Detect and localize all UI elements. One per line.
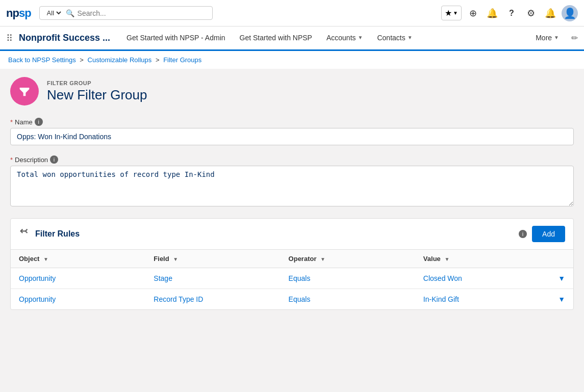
required-star: * <box>10 156 13 164</box>
chevron-down-icon: ▼ <box>173 256 178 262</box>
chevron-down-icon: ▼ <box>554 35 559 40</box>
app-dots-icon[interactable]: ⠿ <box>6 33 13 44</box>
breadcrumb: Back to NPSP Settings > Customizable Rol… <box>0 51 584 69</box>
table-row: Opportunity Record Type ID Equals In-Kin… <box>11 289 573 310</box>
description-info-icon[interactable]: i <box>50 155 58 164</box>
row1-value[interactable]: Closed Won <box>415 268 550 289</box>
breadcrumb-filter-groups[interactable]: Filter Groups <box>163 56 201 64</box>
chevron-down-icon: ▼ <box>444 256 449 262</box>
nav-icons: ★ ▼ ⊕ 🔔 ? ⚙ 🔔 👤 <box>441 5 578 21</box>
question-icon: ? <box>509 9 514 18</box>
column-header-value[interactable]: Value ▼ <box>415 250 550 268</box>
table-header-row: Object ▼ Field ▼ Operator ▼ Value ▼ <box>11 250 573 268</box>
settings-button[interactable]: ⚙ <box>523 5 539 21</box>
nav-link-get-started-npsp[interactable]: Get Started with NPSP <box>234 26 318 50</box>
column-header-object[interactable]: Object ▼ <box>11 250 145 268</box>
help-button[interactable]: ? <box>503 5 520 21</box>
split-icon <box>19 227 30 239</box>
add-button[interactable]: ⊕ <box>465 5 481 21</box>
search-icon: 🔍 <box>66 9 74 17</box>
description-label: * Description i <box>10 155 574 164</box>
gear-icon: ⚙ <box>527 8 535 19</box>
svg-line-1 <box>26 229 28 231</box>
chevron-down-icon: ▼ <box>453 10 458 16</box>
app-navigation: ⠿ Nonprofit Success ... Get Started with… <box>0 27 584 51</box>
chevron-down-icon: ▼ <box>358 35 363 40</box>
alert-icon: 🔔 <box>487 8 498 19</box>
avatar-image: 👤 <box>564 7 576 19</box>
filter-group-icon <box>10 77 39 106</box>
notification-alerts-button[interactable]: 🔔 <box>484 5 500 21</box>
row2-operator[interactable]: Equals <box>281 289 415 310</box>
chevron-down-icon: ▼ <box>408 35 413 40</box>
description-input[interactable] <box>10 166 574 206</box>
required-star: * <box>10 118 13 126</box>
row1-object[interactable]: Opportunity <box>11 268 145 289</box>
row1-dropdown-arrow[interactable]: ▼ <box>550 268 573 289</box>
name-label: * Name i <box>10 118 574 126</box>
name-info-icon[interactable]: i <box>35 118 43 126</box>
nav-more: More ▼ ✏ <box>529 26 578 50</box>
filter-rules-section: Filter Rules i Add Object ▼ Field ▼ Oper… <box>10 218 574 310</box>
add-filter-rule-button[interactable]: Add <box>532 226 565 242</box>
nav-link-contacts[interactable]: Contacts ▼ <box>371 26 418 50</box>
breadcrumb-separator-2: > <box>156 56 161 64</box>
npsp-logo: npsp <box>6 7 31 20</box>
nav-link-get-started-admin[interactable]: Get Started with NPSP - Admin <box>120 26 232 50</box>
column-header-operator[interactable]: Operator ▼ <box>281 250 415 268</box>
row2-field[interactable]: Record Type ID <box>145 289 280 310</box>
filter-icon <box>17 84 32 98</box>
row2-dropdown-arrow[interactable]: ▼ <box>550 289 573 310</box>
main-content: FILTER GROUP New Filter Group * Name i *… <box>0 69 584 392</box>
filter-rules-title: Filter Rules <box>35 229 514 239</box>
name-input[interactable] <box>10 128 574 145</box>
filter-group-info: FILTER GROUP New Filter Group <box>47 80 147 103</box>
star-icon: ★ <box>445 8 452 18</box>
plus-icon: ⊕ <box>469 8 477 19</box>
chevron-down-icon: ▼ <box>320 256 325 262</box>
breadcrumb-separator-1: > <box>80 56 85 64</box>
breadcrumb-customizable-rollups[interactable]: Customizable Rollups <box>88 56 152 64</box>
row2-value[interactable]: In-Kind Gift <box>415 289 550 310</box>
row1-field[interactable]: Stage <box>145 268 280 289</box>
bell-icon: 🔔 <box>545 8 556 19</box>
nav-link-accounts[interactable]: Accounts ▼ <box>320 26 369 50</box>
filter-group-label: FILTER GROUP <box>47 80 147 86</box>
column-header-action <box>550 250 573 268</box>
filter-rules-icon <box>19 227 30 241</box>
app-name: Nonprofit Success ... <box>19 33 110 43</box>
filter-group-header: FILTER GROUP New Filter Group <box>10 77 574 106</box>
search-input[interactable] <box>78 9 207 17</box>
favorites-button[interactable]: ★ ▼ <box>441 6 462 20</box>
edit-nav-icon[interactable]: ✏ <box>571 33 578 43</box>
filter-group-title: New Filter Group <box>47 87 147 103</box>
avatar[interactable]: 👤 <box>562 5 578 21</box>
search-bar: All 🔍 <box>39 6 213 20</box>
notifications-button[interactable]: 🔔 <box>542 5 558 21</box>
row2-object[interactable]: Opportunity <box>11 289 145 310</box>
table-row: Opportunity Stage Equals Closed Won ▼ <box>11 268 573 289</box>
filter-rules-header: Filter Rules i Add <box>11 219 573 250</box>
filter-rules-table: Object ▼ Field ▼ Operator ▼ Value ▼ <box>11 250 573 309</box>
chevron-down-icon: ▼ <box>43 256 48 262</box>
name-field-group: * Name i <box>10 118 574 145</box>
nav-link-more[interactable]: More ▼ <box>529 26 565 50</box>
breadcrumb-npsp-settings[interactable]: Back to NPSP Settings <box>8 56 76 64</box>
description-field-group: * Description i <box>10 155 574 208</box>
column-header-field[interactable]: Field ▼ <box>145 250 280 268</box>
search-scope-select[interactable]: All <box>45 9 63 17</box>
row1-operator[interactable]: Equals <box>281 268 415 289</box>
top-navigation: npsp All 🔍 ★ ▼ ⊕ 🔔 ? ⚙ 🔔 👤 <box>0 0 584 27</box>
svg-line-2 <box>26 231 28 233</box>
filter-rules-info-icon[interactable]: i <box>519 230 527 238</box>
